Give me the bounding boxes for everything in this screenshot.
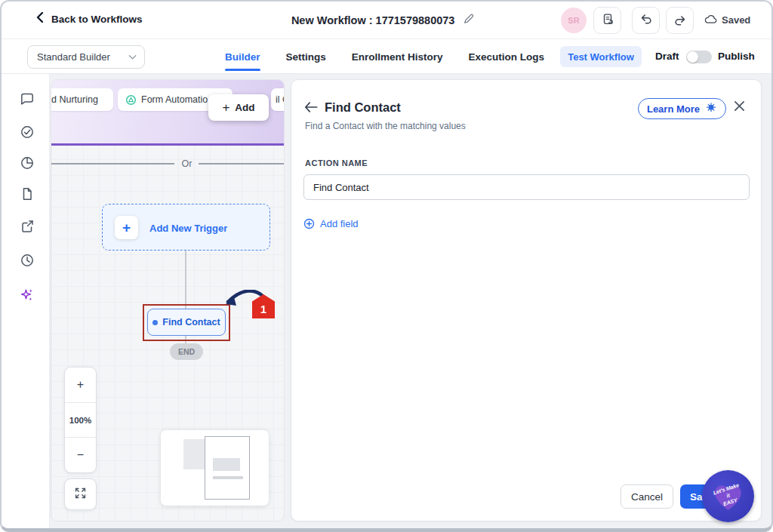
- redo-button[interactable]: [666, 7, 694, 34]
- learn-more-button[interactable]: Learn More: [638, 98, 726, 119]
- cancel-button[interactable]: Cancel: [621, 484, 673, 509]
- zoom-in-button[interactable]: +: [65, 367, 96, 402]
- or-divider: Or: [51, 158, 284, 169]
- test-workflow-button[interactable]: Test Workflow: [560, 46, 642, 67]
- zoom-controls: + 100% −: [64, 367, 97, 473]
- add-field-link[interactable]: Add field: [303, 218, 359, 229]
- document-icon[interactable]: [19, 186, 35, 201]
- builder-mode-select[interactable]: Standard Builder: [27, 45, 145, 69]
- expand-icon: [74, 487, 87, 503]
- main-tabs: Builder Settings Enrollment History Exec…: [225, 39, 544, 74]
- tab-execution-logs[interactable]: Execution Logs: [469, 39, 545, 74]
- undo-icon: [639, 12, 653, 29]
- check-circle-icon[interactable]: [19, 124, 35, 140]
- action-name-input[interactable]: [303, 174, 750, 200]
- panel-subtitle: Find a Contact with the matching values: [305, 121, 466, 131]
- ai-sparkles-icon[interactable]: [19, 287, 35, 303]
- plus-icon: +: [222, 100, 229, 115]
- add-new-trigger-button[interactable]: + Add New Trigger: [102, 204, 270, 251]
- saved-label: Saved: [722, 14, 750, 26]
- watermark-badge: Let's Make it EASY: [702, 470, 754, 522]
- versions-button[interactable]: [593, 7, 621, 34]
- save-status: Saved: [704, 14, 750, 26]
- workflow-tab-email[interactable]: il C: [271, 88, 285, 111]
- chat-icon[interactable]: [19, 91, 35, 106]
- minimap-viewport[interactable]: [205, 436, 250, 500]
- workflow-tabstrip: d Nurturing Form Automatio il C + Add: [51, 80, 284, 146]
- back-chevron-icon: [35, 11, 45, 26]
- idea-bulb-icon: [705, 102, 717, 116]
- end-node: END: [170, 343, 203, 360]
- action-name-label: ACTION NAME: [305, 158, 368, 168]
- circle-plus-icon: [303, 218, 315, 229]
- builder-toolbar: Standard Builder Builder Settings Enroll…: [2, 39, 771, 74]
- panel-title: Find Contact: [325, 100, 401, 115]
- form-automation-icon: [125, 94, 137, 106]
- workflow-title: New Workflow : 1771579880073: [291, 14, 455, 26]
- plus-icon: +: [115, 216, 138, 239]
- node-status-dot: [152, 320, 158, 325]
- workflow-canvas[interactable]: d Nurturing Form Automatio il C + Add Or…: [51, 79, 285, 521]
- zoom-out-button[interactable]: −: [65, 437, 96, 472]
- undo-button[interactable]: [632, 7, 660, 34]
- toggle-knob: [687, 51, 698, 63]
- panel-back-arrow[interactable]: [304, 101, 318, 116]
- external-link-icon[interactable]: [19, 218, 35, 234]
- cloud-icon: [704, 14, 717, 26]
- workflow-tab-nurturing[interactable]: d Nurturing: [51, 88, 113, 111]
- left-icon-sidebar: [2, 74, 50, 528]
- redo-icon: [673, 14, 687, 27]
- chevron-down-icon: [128, 51, 137, 63]
- tab-builder[interactable]: Builder: [225, 39, 260, 74]
- avatar[interactable]: SR: [561, 8, 587, 33]
- publish-label: Publish: [718, 51, 755, 62]
- back-label: Back to Workflows: [51, 14, 143, 25]
- pie-chart-icon[interactable]: [19, 155, 35, 171]
- workflow-builder-window: Back to Workflows New Workflow : 1771579…: [0, 0, 773, 532]
- edit-pencil-icon[interactable]: [462, 13, 474, 28]
- tab-enrollment-history[interactable]: Enrollment History: [352, 39, 443, 74]
- find-contact-node[interactable]: Find Contact: [147, 309, 226, 336]
- draft-label: Draft: [655, 51, 679, 62]
- top-header: Back to Workflows New Workflow : 1771579…: [2, 2, 771, 39]
- add-workflow-tab-button[interactable]: + Add: [208, 94, 269, 121]
- tab-settings[interactable]: Settings: [286, 39, 326, 74]
- publish-toggle[interactable]: [686, 51, 712, 63]
- clock-icon[interactable]: [19, 252, 35, 268]
- canvas-minimap[interactable]: [161, 430, 269, 506]
- fit-view-button[interactable]: [64, 478, 97, 510]
- zoom-level: 100%: [65, 402, 96, 438]
- close-icon[interactable]: [734, 100, 745, 115]
- clipboard-icon: [601, 12, 614, 29]
- action-config-panel: Find Contact Learn More Find a Contact w…: [291, 79, 762, 521]
- back-to-workflows-button[interactable]: Back to Workflows: [35, 11, 143, 26]
